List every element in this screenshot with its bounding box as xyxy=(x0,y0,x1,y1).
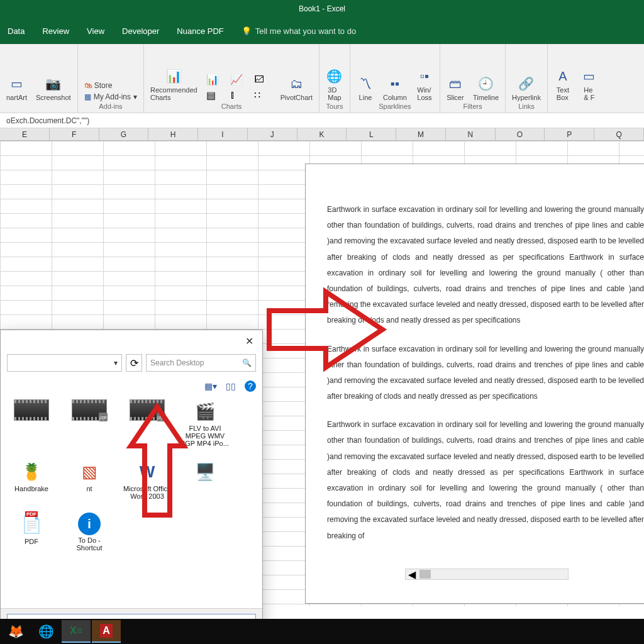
col-header[interactable]: L xyxy=(347,128,396,140)
col-header[interactable]: H xyxy=(148,128,198,140)
search-box[interactable]: Search Desktop 🔍 xyxy=(146,354,256,372)
search-icon: 🔍 xyxy=(242,358,252,367)
col-header[interactable]: I xyxy=(198,128,248,140)
tab-review[interactable]: Review xyxy=(42,26,69,36)
file-label: FLV to AVI MPEG WMV 3GP MP4 iPo... xyxy=(180,425,230,447)
camera-icon: 📷 xyxy=(45,75,62,92)
col-header[interactable]: P xyxy=(545,128,594,140)
file-item-flv-converter[interactable]: 🎬FLV to AVI MPEG WMV 3GP MP4 iPo... xyxy=(180,399,230,447)
header-footer-button[interactable]: ▭He & F xyxy=(580,67,598,101)
col-header[interactable]: Q xyxy=(594,128,644,140)
word-icon: W xyxy=(133,460,162,484)
group-label xyxy=(38,101,40,111)
3d-map-label: 3D Map xyxy=(328,86,341,101)
chevron-down-icon: ▾ xyxy=(133,92,137,101)
worksheet-grid[interactable]: Earthwork in surface excavation in ordin… xyxy=(0,141,644,606)
line-chart-icon[interactable]: 📈 xyxy=(230,74,248,86)
scatter-chart-icon[interactable]: ∷ xyxy=(254,89,272,101)
ribbon-group-sparklines: 〽Line ▪▪Column ▫▪Win/ Loss Sparklines xyxy=(350,44,440,113)
sparkline-line-button[interactable]: 〽Line xyxy=(357,75,374,101)
tab-nuance-pdf[interactable]: Nuance PDF xyxy=(177,26,223,36)
refresh-button[interactable]: ⟳ xyxy=(126,354,142,372)
col-header[interactable]: K xyxy=(297,128,347,140)
pineapple-icon: 🍍 xyxy=(17,460,46,484)
group-addins-label: Add-ins xyxy=(99,101,122,111)
file-item-monitor[interactable]: 🖥️ xyxy=(180,460,230,500)
col-header[interactable]: M xyxy=(396,128,446,140)
area-chart-icon[interactable]: 🗠 xyxy=(254,74,272,86)
file-item-video2[interactable]: um xyxy=(65,399,114,447)
text-box-icon: A xyxy=(554,67,572,85)
col-header[interactable]: J xyxy=(248,128,297,140)
search-placeholder: Search Desktop xyxy=(150,358,204,367)
taskbar-firefox[interactable]: 🦊 xyxy=(1,620,30,643)
store-button[interactable]: 🛍Store xyxy=(84,81,137,90)
recommended-charts-label: Recommended Charts xyxy=(150,86,197,101)
screenshot-button[interactable]: 📷 Screenshot xyxy=(36,75,71,101)
pivot-chart-icon: 🗂 xyxy=(287,75,305,92)
file-label: Handbrake xyxy=(14,485,48,492)
sparkline-column-label: Column xyxy=(383,94,407,101)
stock-chart-icon[interactable]: ⫿ xyxy=(230,89,248,101)
doc-paragraph: Earthwork in surface excavation in ordin… xyxy=(327,202,644,329)
file-item-pdf[interactable]: 📄PDFPDF xyxy=(7,513,56,552)
taskbar-acrobat[interactable]: A xyxy=(92,620,121,643)
tab-developer[interactable]: Developer xyxy=(122,26,159,36)
col-header[interactable]: E xyxy=(0,128,50,140)
tab-data[interactable]: Data xyxy=(8,26,25,36)
my-addins-button[interactable]: ▦My Add-ins▾ xyxy=(84,92,137,101)
scroll-left-icon[interactable]: ◀ xyxy=(406,569,418,580)
powerpoint-icon: ▧ xyxy=(75,460,104,484)
view-options-icon[interactable]: ▦▾ xyxy=(204,381,217,391)
text-box-button[interactable]: AText Box xyxy=(554,67,572,101)
info-icon: i xyxy=(78,513,101,535)
recommended-charts-button[interactable]: 📊 Recommended Charts xyxy=(150,67,197,101)
file-item-handbrake[interactable]: 🍍Handbrake xyxy=(7,460,56,500)
pdf-icon: 📄PDF xyxy=(17,513,46,536)
scrollbar-thumb[interactable] xyxy=(419,570,431,579)
col-header[interactable]: N xyxy=(446,128,496,140)
smartart-button[interactable]: ▭ nartArt xyxy=(6,75,27,101)
path-combobox[interactable]: ▾ xyxy=(7,354,122,372)
sparkline-winloss-button[interactable]: ▫▪Win/ Loss xyxy=(416,67,433,101)
screenshot-label: Screenshot xyxy=(36,94,71,101)
taskbar-chrome[interactable]: 🌐 xyxy=(31,620,60,643)
doc-paragraph: Earthwork in surface excavation in ordin… xyxy=(327,417,644,544)
taskbar-excel[interactable]: X≡ xyxy=(62,620,91,643)
ribbon-group-text: AText Box ▭He & F xyxy=(548,44,604,113)
tab-view[interactable]: View xyxy=(87,26,104,36)
help-icon[interactable]: ? xyxy=(245,380,256,392)
bar-horiz-icon[interactable]: ▤ xyxy=(206,89,224,101)
hyperlink-button[interactable]: 🔗Hyperlink xyxy=(512,75,541,101)
header-footer-icon: ▭ xyxy=(580,67,598,85)
formula-bar[interactable]: oExch.Document.DC","") xyxy=(0,113,644,128)
bar-chart-icon[interactable]: 📊 xyxy=(206,74,224,86)
ribbon-group-addins: 🛍Store ▦My Add-ins▾ Add-ins xyxy=(78,44,144,113)
horizontal-scrollbar[interactable]: ◀ xyxy=(405,569,569,580)
ribbon-group-filters: 🗃Slicer 🕘Timeline Filters xyxy=(440,44,506,113)
pivot-chart-button[interactable]: 🗂 PivotChart xyxy=(280,75,313,101)
col-header[interactable]: F xyxy=(50,128,99,140)
sparkline-column-button[interactable]: ▪▪Column xyxy=(383,75,407,101)
globe-icon: 🌐 xyxy=(326,67,343,85)
file-item-word-2003[interactable]: WMicrosoft Office Word 2003 xyxy=(123,460,172,500)
preview-pane-icon[interactable]: ▯▯ xyxy=(226,381,236,391)
slicer-button[interactable]: 🗃Slicer xyxy=(447,75,464,101)
close-button[interactable]: ✕ xyxy=(240,334,258,348)
3d-map-button[interactable]: 🌐 3D Map xyxy=(326,67,343,101)
smartart-icon: ▭ xyxy=(8,75,26,92)
col-header[interactable]: O xyxy=(496,128,545,140)
file-label: PDF xyxy=(25,538,38,545)
slicer-label: Slicer xyxy=(447,94,464,101)
file-label: To Do - Shortcut xyxy=(65,536,114,552)
tell-me[interactable]: 💡 Tell me what you want to do xyxy=(242,26,356,36)
doc-paragraph: Earthwork in surface excavation in ordin… xyxy=(327,341,644,405)
file-item-todo[interactable]: iTo Do - Shortcut xyxy=(65,513,114,552)
col-header[interactable]: G xyxy=(99,128,149,140)
file-item-partial-nt[interactable]: ▧nt xyxy=(65,460,114,500)
file-item-video1[interactable] xyxy=(7,399,56,447)
embedded-pdf-object[interactable]: Earthwork in surface excavation in ordin… xyxy=(305,164,644,604)
chart-types-grid: 📊 📈 🗠 ▤ ⫿ ∷ xyxy=(206,74,272,101)
file-item-video3[interactable]: um xyxy=(123,399,172,447)
timeline-button[interactable]: 🕘Timeline xyxy=(473,75,499,101)
